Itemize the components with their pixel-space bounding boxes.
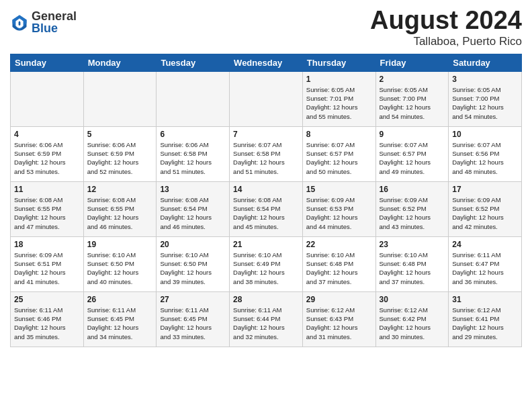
calendar-week-5: 25Sunrise: 6:11 AM Sunset: 6:46 PM Dayli… [11, 291, 522, 347]
day-number: 8 [306, 130, 372, 139]
day-info: Sunrise: 6:08 AM Sunset: 6:55 PM Dayligh… [14, 195, 80, 231]
day-info: Sunrise: 6:10 AM Sunset: 6:50 PM Dayligh… [160, 250, 226, 286]
day-info: Sunrise: 6:06 AM Sunset: 6:59 PM Dayligh… [87, 140, 153, 176]
calendar-cell-4-6: 23Sunrise: 6:10 AM Sunset: 6:48 PM Dayli… [375, 236, 449, 291]
calendar-cell-2-1: 4Sunrise: 6:06 AM Sunset: 6:59 PM Daylig… [11, 126, 84, 181]
calendar-body: 1Sunrise: 6:05 AM Sunset: 7:01 PM Daylig… [11, 71, 522, 347]
day-number: 5 [87, 130, 153, 139]
day-info: Sunrise: 6:10 AM Sunset: 6:50 PM Dayligh… [87, 250, 153, 286]
day-number: 3 [452, 75, 518, 84]
calendar-cell-5-4: 28Sunrise: 6:11 AM Sunset: 6:44 PM Dayli… [230, 291, 303, 347]
header: General Blue August 2024 Tallaboa, Puert… [10, 7, 522, 48]
day-info: Sunrise: 6:06 AM Sunset: 6:59 PM Dayligh… [14, 140, 80, 176]
col-friday: Friday [375, 54, 449, 71]
calendar-cell-3-5: 15Sunrise: 6:09 AM Sunset: 6:53 PM Dayli… [302, 181, 375, 236]
day-number: 11 [14, 185, 80, 194]
day-number: 4 [14, 130, 80, 139]
day-info: Sunrise: 6:09 AM Sunset: 6:53 PM Dayligh… [306, 195, 372, 231]
day-number: 24 [452, 240, 518, 249]
calendar-cell-2-5: 8Sunrise: 6:07 AM Sunset: 6:57 PM Daylig… [302, 126, 375, 181]
col-saturday: Saturday [449, 54, 522, 71]
header-row: Sunday Monday Tuesday Wednesday Thursday… [11, 54, 522, 71]
day-number: 7 [233, 130, 299, 139]
calendar-cell-5-2: 26Sunrise: 6:11 AM Sunset: 6:45 PM Dayli… [83, 291, 157, 347]
day-number: 6 [160, 130, 226, 139]
calendar-cell-1-6: 2Sunrise: 6:05 AM Sunset: 7:00 PM Daylig… [375, 71, 449, 126]
day-info: Sunrise: 6:11 AM Sunset: 6:46 PM Dayligh… [14, 306, 80, 341]
calendar-header: Sunday Monday Tuesday Wednesday Thursday… [11, 54, 522, 71]
calendar-cell-4-1: 18Sunrise: 6:09 AM Sunset: 6:51 PM Dayli… [11, 236, 84, 291]
day-info: Sunrise: 6:07 AM Sunset: 6:56 PM Dayligh… [452, 140, 518, 176]
day-info: Sunrise: 6:10 AM Sunset: 6:49 PM Dayligh… [233, 250, 299, 286]
logo-icon [10, 13, 29, 32]
calendar-cell-1-1 [11, 71, 84, 126]
day-info: Sunrise: 6:09 AM Sunset: 6:52 PM Dayligh… [380, 195, 445, 231]
calendar-cell-4-7: 24Sunrise: 6:11 AM Sunset: 6:47 PM Dayli… [449, 236, 522, 291]
calendar-cell-3-2: 12Sunrise: 6:08 AM Sunset: 6:55 PM Dayli… [83, 181, 157, 236]
col-monday: Monday [83, 54, 157, 71]
day-info: Sunrise: 6:11 AM Sunset: 6:45 PM Dayligh… [87, 306, 153, 341]
calendar-cell-1-7: 3Sunrise: 6:05 AM Sunset: 7:00 PM Daylig… [449, 71, 522, 126]
logo-general-text: General [32, 10, 77, 22]
day-info: Sunrise: 6:07 AM Sunset: 6:57 PM Dayligh… [306, 140, 372, 176]
calendar-cell-1-2 [83, 71, 157, 126]
col-tuesday: Tuesday [157, 54, 230, 71]
calendar-cell-2-4: 7Sunrise: 6:07 AM Sunset: 6:58 PM Daylig… [230, 126, 303, 181]
day-number: 22 [306, 240, 372, 249]
day-number: 20 [160, 240, 226, 249]
col-sunday: Sunday [11, 54, 84, 71]
day-number: 28 [233, 295, 299, 304]
day-info: Sunrise: 6:10 AM Sunset: 6:48 PM Dayligh… [306, 250, 372, 286]
day-number: 19 [87, 240, 153, 249]
calendar-cell-3-3: 13Sunrise: 6:08 AM Sunset: 6:54 PM Dayli… [157, 181, 230, 236]
calendar-cell-3-1: 11Sunrise: 6:08 AM Sunset: 6:55 PM Dayli… [11, 181, 84, 236]
calendar-cell-4-5: 22Sunrise: 6:10 AM Sunset: 6:48 PM Dayli… [302, 236, 375, 291]
day-number: 15 [306, 185, 372, 194]
day-number: 21 [233, 240, 299, 249]
day-info: Sunrise: 6:05 AM Sunset: 7:01 PM Dayligh… [306, 85, 372, 121]
col-wednesday: Wednesday [230, 54, 303, 71]
day-info: Sunrise: 6:11 AM Sunset: 6:44 PM Dayligh… [233, 306, 299, 341]
day-number: 9 [380, 130, 445, 139]
day-info: Sunrise: 6:10 AM Sunset: 6:48 PM Dayligh… [380, 250, 445, 286]
calendar-week-2: 4Sunrise: 6:06 AM Sunset: 6:59 PM Daylig… [11, 126, 522, 181]
day-number: 16 [380, 185, 445, 194]
page-container: General Blue August 2024 Tallaboa, Puert… [0, 0, 532, 351]
calendar-cell-3-7: 17Sunrise: 6:09 AM Sunset: 6:52 PM Dayli… [449, 181, 522, 236]
day-info: Sunrise: 6:12 AM Sunset: 6:43 PM Dayligh… [306, 306, 372, 341]
logo-blue-text: Blue [32, 22, 77, 34]
logo: General Blue [10, 10, 77, 34]
day-info: Sunrise: 6:05 AM Sunset: 7:00 PM Dayligh… [452, 85, 518, 121]
page-title: August 2024 [370, 7, 522, 35]
calendar-cell-1-4 [230, 71, 303, 126]
day-info: Sunrise: 6:09 AM Sunset: 6:51 PM Dayligh… [14, 250, 80, 286]
calendar-week-1: 1Sunrise: 6:05 AM Sunset: 7:01 PM Daylig… [11, 71, 522, 126]
calendar-cell-4-3: 20Sunrise: 6:10 AM Sunset: 6:50 PM Dayli… [157, 236, 230, 291]
day-number: 23 [380, 240, 445, 249]
calendar-cell-1-3 [157, 71, 230, 126]
day-info: Sunrise: 6:08 AM Sunset: 6:54 PM Dayligh… [233, 195, 299, 231]
day-number: 13 [160, 185, 226, 194]
day-number: 18 [14, 240, 80, 249]
calendar-week-3: 11Sunrise: 6:08 AM Sunset: 6:55 PM Dayli… [11, 181, 522, 236]
calendar-cell-2-6: 9Sunrise: 6:07 AM Sunset: 6:57 PM Daylig… [375, 126, 449, 181]
logo-text: General Blue [32, 10, 77, 34]
day-number: 17 [452, 185, 518, 194]
day-info: Sunrise: 6:11 AM Sunset: 6:45 PM Dayligh… [160, 306, 226, 341]
day-number: 12 [87, 185, 153, 194]
day-info: Sunrise: 6:06 AM Sunset: 6:58 PM Dayligh… [160, 140, 226, 176]
day-info: Sunrise: 6:07 AM Sunset: 6:57 PM Dayligh… [380, 140, 445, 176]
day-info: Sunrise: 6:12 AM Sunset: 6:42 PM Dayligh… [380, 306, 445, 341]
page-subtitle: Tallaboa, Puerto Rico [370, 35, 522, 48]
day-number: 31 [452, 295, 518, 304]
day-info: Sunrise: 6:11 AM Sunset: 6:47 PM Dayligh… [452, 250, 518, 286]
day-info: Sunrise: 6:08 AM Sunset: 6:54 PM Dayligh… [160, 195, 226, 231]
day-info: Sunrise: 6:09 AM Sunset: 6:52 PM Dayligh… [452, 195, 518, 231]
calendar-cell-5-3: 27Sunrise: 6:11 AM Sunset: 6:45 PM Dayli… [157, 291, 230, 347]
calendar-week-4: 18Sunrise: 6:09 AM Sunset: 6:51 PM Dayli… [11, 236, 522, 291]
day-info: Sunrise: 6:05 AM Sunset: 7:00 PM Dayligh… [380, 85, 445, 121]
calendar-cell-5-1: 25Sunrise: 6:11 AM Sunset: 6:46 PM Dayli… [11, 291, 84, 347]
day-number: 26 [87, 295, 153, 304]
day-number: 10 [452, 130, 518, 139]
calendar-cell-5-7: 31Sunrise: 6:12 AM Sunset: 6:41 PM Dayli… [449, 291, 522, 347]
